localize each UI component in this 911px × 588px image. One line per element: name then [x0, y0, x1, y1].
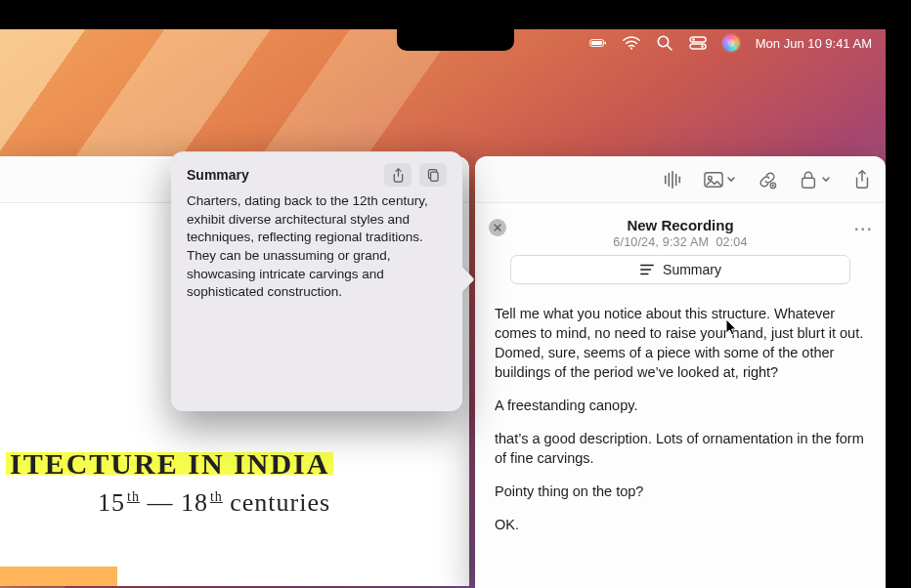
transcript-p1: Tell me what you notice about this struc… [495, 304, 866, 382]
more-icon[interactable]: ··· [854, 221, 872, 238]
svg-point-7 [692, 38, 695, 41]
handwriting-line-1: ITECTURE IN INDIA [0, 447, 333, 481]
menubar: Mon Jun 10 9:41 AM [0, 29, 886, 57]
svg-point-4 [658, 36, 668, 46]
recording-meta: 6/10/24, 9:32 AM 02:04 [493, 235, 868, 249]
orange-highlight [0, 567, 117, 586]
svg-rect-24 [430, 172, 438, 181]
transcript[interactable]: Tell me what you notice about this struc… [475, 292, 886, 588]
svg-rect-1 [591, 41, 602, 45]
share-button[interactable] [852, 170, 872, 189]
device-bezel-right [886, 0, 911, 588]
siri-icon[interactable] [722, 34, 740, 52]
popover-pointer [450, 267, 474, 291]
menubar-datetime[interactable]: Mon Jun 10 9:41 AM [756, 36, 872, 51]
summary-button[interactable]: Summary [510, 255, 850, 284]
wifi-icon[interactable] [623, 34, 640, 52]
recording-duration: 02:04 [716, 235, 747, 249]
summary-popover: Summary Charters, dating back to the 12t… [171, 151, 462, 411]
popover-title: Summary [187, 167, 249, 183]
transcript-p4: Pointy thing on the top? [495, 482, 866, 501]
handwriting-line-2: 15th — 18th centuries [98, 488, 330, 518]
lock-button[interactable] [799, 170, 831, 189]
recording-date: 6/10/24, 9:32 AM [613, 235, 709, 249]
svg-point-9 [701, 45, 704, 48]
transcript-p2: A freestanding canopy. [495, 396, 866, 415]
battery-icon[interactable] [589, 34, 607, 52]
panel-header: ··· New Recording 6/10/24, 9:32 AM 02:04… [475, 203, 886, 292]
svg-line-5 [668, 46, 672, 50]
cursor-icon [725, 318, 739, 336]
svg-point-3 [630, 48, 632, 50]
search-icon[interactable] [656, 34, 673, 52]
transcript-p3: that’s a good description. Lots of ornam… [495, 429, 866, 468]
summary-button-label: Summary [663, 262, 721, 277]
close-icon[interactable] [489, 219, 506, 236]
link-button[interactable] [758, 170, 777, 189]
popover-share-button[interactable] [384, 163, 412, 187]
transcript-p5: OK. [495, 515, 866, 534]
recording-panel: ··· New Recording 6/10/24, 9:32 AM 02:04… [475, 156, 886, 588]
media-insert-button[interactable] [704, 170, 736, 189]
svg-point-16 [709, 176, 713, 180]
control-center-icon[interactable] [689, 34, 707, 52]
svg-rect-20 [803, 178, 815, 188]
audio-waveform-button[interactable] [663, 170, 682, 189]
svg-rect-2 [604, 42, 605, 45]
panel-toolbar [475, 156, 886, 203]
device-bezel-top [0, 0, 911, 29]
recording-title: New Recording [493, 217, 868, 233]
popover-body: Charters, dating back to the 12th centur… [187, 192, 447, 302]
popover-copy-button[interactable] [419, 163, 447, 187]
